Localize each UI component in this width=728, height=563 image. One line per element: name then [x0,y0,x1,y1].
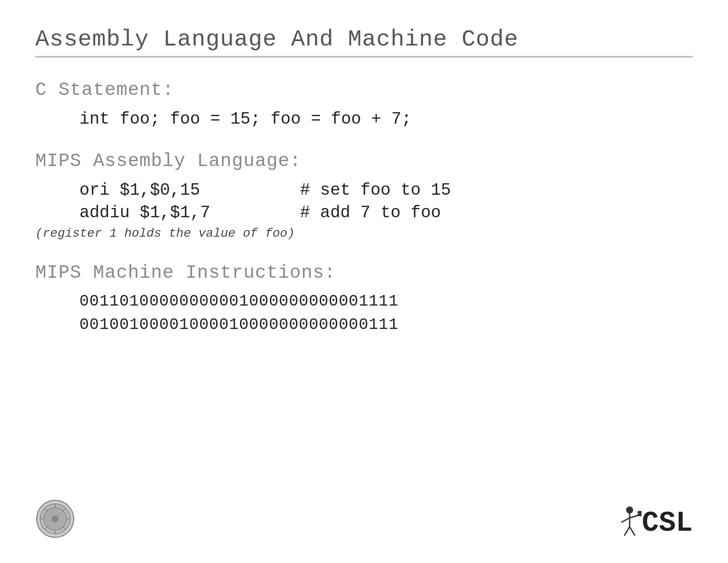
mips-assembly-section: MIPS Assembly Language: ori $1,$0,15 # s… [35,151,693,240]
svg-line-14 [621,518,630,522]
c-statement-code: int foo; foo = 15; foo = foo + 7; [79,110,693,128]
csl-logo: CSL [618,506,693,541]
svg-point-3 [52,515,59,522]
register-note: (register 1 holds the value of foo) [35,227,693,240]
assembly-comment-1: # set foo to 15 [300,181,451,200]
assembly-comment-2: # add 7 to foo [300,203,441,222]
title-divider [35,56,693,57]
mips-machine-section: MIPS Machine Instructions: 0011010000000… [35,262,693,334]
footer: CSL [35,499,693,541]
mips-machine-label: MIPS Machine Instructions: [35,262,693,283]
svg-rect-19 [637,512,638,513]
svg-line-16 [624,527,630,536]
machine-code-2: 00100100001000010000000000000111 [79,316,693,334]
csl-text: CSL [642,507,693,539]
c-statement-section: C Statement: int foo; foo = 15; foo = fo… [35,79,693,128]
svg-line-15 [630,515,638,518]
assembly-instruction-2: addiu $1,$1,7 [79,203,265,222]
mips-assembly-label: MIPS Assembly Language: [35,151,693,172]
page-container: Assembly Language And Machine Code C Sta… [0,0,728,563]
machine-code-1: 00110100000000001000000000001111 [79,292,693,310]
seal-svg [35,499,75,539]
csl-figure-icon [618,506,642,541]
c-statement-label: C Statement: [35,79,693,101]
university-seal-logo [35,499,75,541]
assembly-row-1: ori $1,$0,15 # set foo to 15 [79,181,693,200]
assembly-row-2: addiu $1,$1,7 # add 7 to foo [79,203,693,222]
assembly-instruction-1: ori $1,$0,15 [79,181,265,200]
svg-rect-20 [637,514,638,515]
svg-rect-18 [638,511,642,516]
svg-line-17 [630,527,635,536]
svg-point-12 [626,506,633,514]
page-title: Assembly Language And Machine Code [35,26,693,53]
title-section: Assembly Language And Machine Code [35,26,693,57]
